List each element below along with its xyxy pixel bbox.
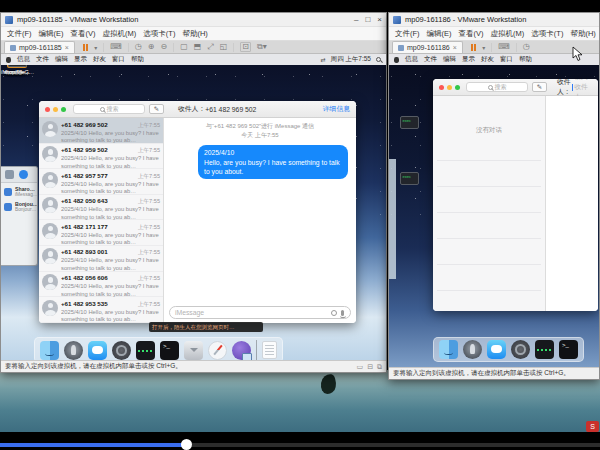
pause-dropdown-icon[interactable]: ▾ <box>482 44 485 51</box>
message-input[interactable]: iMessage <box>169 306 351 319</box>
terminal-dock-icon[interactable] <box>559 340 578 359</box>
menu-item[interactable]: 编辑(E) <box>39 29 64 39</box>
unity-view-icon[interactable]: ◱ <box>220 43 228 51</box>
menu-item[interactable]: 文件(F) <box>395 29 420 39</box>
network-dock-icon[interactable] <box>232 341 251 360</box>
console-preview-icon[interactable]: ⊡ <box>240 42 251 52</box>
titlebar[interactable]: mp09-161186 - VMware Workstation <box>389 13 599 26</box>
compose-button[interactable]: ✎ <box>532 82 547 92</box>
conversation-row[interactable]: +61 482 056 606 上午7:55 2025/4/10 Hello, … <box>39 272 163 298</box>
desktop-icon[interactable] <box>393 172 425 185</box>
revert-snapshot-icon[interactable]: ⊖ <box>161 43 168 51</box>
menu-item[interactable]: 查看(V) <box>71 29 96 39</box>
launchpad-dock-icon[interactable] <box>64 341 83 360</box>
maximize-button[interactable]: □ <box>365 13 370 26</box>
macos-menu-item[interactable]: 帮助 <box>519 55 532 64</box>
accounts-prefs-icon[interactable] <box>19 170 28 179</box>
menu-item[interactable]: 编辑(E) <box>427 29 452 39</box>
zoom-traffic-light[interactable] <box>61 107 66 112</box>
launchpad-dock-icon[interactable] <box>463 340 482 359</box>
status-hdd-icon[interactable]: ▭ <box>357 363 364 371</box>
status-network-icon[interactable]: ⊟ <box>367 363 373 371</box>
pause-vm-button[interactable] <box>83 44 89 51</box>
conversation-row[interactable]: +61 482 953 535 上午7:55 2025/4/10 Hello, … <box>39 297 163 323</box>
apple-menu-icon[interactable] <box>6 57 11 63</box>
macos-menu-item[interactable]: 编辑 <box>55 55 68 64</box>
general-prefs-icon[interactable] <box>5 170 14 179</box>
macos-menu-item[interactable]: 好友 <box>93 55 106 64</box>
macos-menu-item[interactable]: 窗口 <box>500 55 513 64</box>
video-progress-track[interactable] <box>0 443 600 447</box>
macos-menu-item[interactable]: 编辑 <box>443 55 456 64</box>
macos-menu-item[interactable]: 好友 <box>481 55 494 64</box>
menu-item[interactable]: 帮助(H) <box>182 29 207 39</box>
to-value[interactable]: +61 482 969 502 <box>205 106 256 113</box>
details-link[interactable]: 详细信息 <box>323 104 350 114</box>
menu-item[interactable]: 选项卡(T) <box>143 29 175 39</box>
emoji-icon[interactable] <box>331 310 337 316</box>
conversation-row[interactable]: +61 482 171 177 上午7:55 2025/4/10 Hello, … <box>39 220 163 246</box>
account-list-item[interactable]: Bonjou… Bonjour… <box>1 198 37 213</box>
macos-menu-item[interactable]: 文件 <box>36 55 49 64</box>
conversation-row[interactable]: +61 482 959 502 上午7:55 2025/4/10 Hello, … <box>39 144 163 170</box>
snapshot-clock-icon[interactable]: ◷ <box>523 43 530 51</box>
activity-monitor-dock-icon[interactable] <box>535 340 554 359</box>
close-traffic-light[interactable] <box>439 85 444 90</box>
menu-item[interactable]: 虚拟机(M) <box>491 29 525 39</box>
macos-menu-item[interactable]: 帮助 <box>131 55 144 64</box>
macos-menu-item[interactable]: 显示 <box>74 55 87 64</box>
account-list-item[interactable]: Sharo… iMessag… <box>1 183 37 198</box>
menu-item[interactable]: 虚拟机(M) <box>103 29 137 39</box>
tab-close-icon[interactable]: × <box>65 44 69 51</box>
search-input[interactable]: 搜索 <box>466 82 528 92</box>
menu-item[interactable]: 帮助(H) <box>570 29 595 39</box>
apple-menu-icon[interactable] <box>394 57 399 63</box>
macos-menu-item[interactable]: 显示 <box>462 55 475 64</box>
menu-item[interactable]: 选项卡(T) <box>531 29 563 39</box>
layout-dropdown-icon[interactable]: ⧉▾ <box>257 43 267 51</box>
activity-monitor-dock-icon[interactable] <box>136 341 155 360</box>
zoom-traffic-light[interactable] <box>455 85 460 90</box>
document-dock-icon[interactable] <box>262 341 277 359</box>
spotlight-search-icon[interactable] <box>376 57 381 62</box>
messages-dock-icon[interactable] <box>487 340 506 359</box>
divider-dock-icon[interactable] <box>256 340 257 360</box>
conversation-row[interactable]: +61 482 893 001 上午7:55 2025/4/10 Hello, … <box>39 246 163 272</box>
macos-menu-item[interactable]: 信息 <box>17 55 30 64</box>
video-progress-handle[interactable] <box>181 439 192 450</box>
terminal-dock-icon[interactable] <box>160 341 179 360</box>
finder-dock-icon[interactable] <box>439 340 458 359</box>
minimize-traffic-light[interactable] <box>53 107 58 112</box>
safari-dock-icon[interactable] <box>208 341 227 360</box>
installer-dock-icon[interactable] <box>184 341 203 360</box>
desktop-icon[interactable] <box>393 116 425 129</box>
input-source-icon[interactable]: ⇄ <box>321 56 326 63</box>
conversation-row[interactable]: +61 482 050 643 上午7:55 2025/4/10 Hello, … <box>39 195 163 221</box>
fullscreen-icon[interactable]: ⤢ <box>207 43 213 51</box>
vm-tab[interactable]: mp09-161185 × <box>4 41 75 53</box>
minimize-traffic-light[interactable] <box>447 85 452 90</box>
vm-tab[interactable]: mp09-161186 × <box>392 41 463 53</box>
menubar-clock[interactable]: 周四 上午7:55 <box>331 55 371 64</box>
pause-vm-button[interactable] <box>471 44 477 51</box>
menu-item[interactable]: 查看(V) <box>459 29 484 39</box>
macos-menu-item[interactable]: 信息 <box>405 55 418 64</box>
finder-dock-icon[interactable] <box>40 341 59 360</box>
menu-item[interactable]: 文件(F) <box>7 29 32 39</box>
compose-button[interactable]: ✎ <box>149 104 164 114</box>
send-ctrl-alt-del-icon[interactable]: ⌨ <box>498 43 510 51</box>
preferences-dock-icon[interactable] <box>511 340 530 359</box>
snapshot-clock-icon[interactable]: ◷ <box>135 43 142 51</box>
conversation-row[interactable]: +61 482 957 577 上午7:55 2025/4/10 Hello, … <box>39 169 163 195</box>
console-view-icon[interactable]: ⬒ <box>194 43 202 51</box>
status-sound-icon[interactable]: ⧉ <box>377 363 382 371</box>
minimize-button[interactable]: – <box>354 13 358 26</box>
titlebar[interactable]: mp09-161185 - VMware Workstation – □ × <box>1 13 386 26</box>
close-traffic-light[interactable] <box>45 107 50 112</box>
macos-menu-item[interactable]: 文件 <box>424 55 437 64</box>
macos-menu-item[interactable]: 窗口 <box>112 55 125 64</box>
conversation-row[interactable]: +61 482 969 502 上午7:55 2025/4/10 Hello, … <box>39 118 163 144</box>
preferences-dock-icon[interactable] <box>112 341 131 360</box>
send-ctrl-alt-del-icon[interactable]: ⌨ <box>110 43 122 51</box>
microphone-icon[interactable] <box>341 310 344 316</box>
